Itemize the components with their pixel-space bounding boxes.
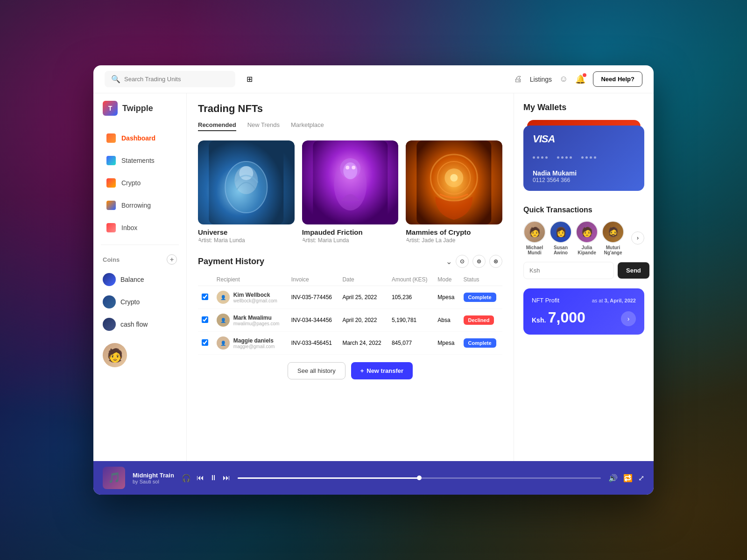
row-checkbox-2[interactable] <box>202 339 208 346</box>
main-content: Trading NFTs Recomended New Trends Marke… <box>187 93 514 461</box>
row-checkbox-0[interactable] <box>202 294 208 300</box>
new-transfer-label: New transfer <box>366 367 403 374</box>
headphone-icon[interactable]: 🎧 <box>182 474 191 483</box>
sidebar-item-inbox[interactable]: Inbox <box>97 217 183 238</box>
nft-card-2[interactable]: Mammies of Crypto Artist: Jade La Jade <box>406 140 502 244</box>
nav-inbox-label: Inbox <box>121 224 137 231</box>
add-coin-button[interactable]: + <box>167 254 177 265</box>
payment-more-button[interactable]: ⊛ <box>489 255 502 268</box>
progress-bar[interactable] <box>238 477 601 479</box>
card-number: 0112 3564 366 <box>533 177 635 183</box>
invoice-1: INV-034-344456 <box>288 309 339 332</box>
coin-cashflow[interactable]: cash flow <box>93 313 186 336</box>
qt-person-2[interactable]: 🧑 JuliaKipande <box>576 221 598 255</box>
progress-thumb <box>417 476 422 480</box>
nav-crypto-label: Crypto <box>121 179 141 187</box>
nft-title-1: Impauded Friction <box>302 228 399 236</box>
avatar-section: 🧑 <box>93 336 186 375</box>
logo-icon: T <box>103 101 118 116</box>
qt-next-button[interactable]: › <box>631 231 644 245</box>
repeat-icon[interactable]: 🔁 <box>623 474 633 483</box>
inbox-icon <box>106 223 116 232</box>
status-badge-1: Declined <box>464 315 494 325</box>
next-button[interactable]: ⏭ <box>223 474 230 482</box>
profit-arrow-button[interactable]: › <box>621 311 636 326</box>
sidebar-item-borrowing[interactable]: Borrowing <box>97 195 183 216</box>
qt-person-3[interactable]: 🧔 MuturiNg'ange <box>602 221 624 255</box>
dot <box>561 156 564 159</box>
qt-avatar-1: 👩 <box>550 221 572 243</box>
coin-crypto[interactable]: Crypto <box>93 291 186 313</box>
nav-dashboard-label: Dashboard <box>121 134 155 142</box>
shuffle-icon[interactable]: ⤢ <box>638 474 644 483</box>
printer-icon[interactable]: 🖨 <box>514 74 522 84</box>
top-bar-right: 🖨 Listings ☺ 🔔 Need Help? <box>514 71 642 87</box>
need-help-button[interactable]: Need Help? <box>593 71 642 87</box>
row-checkbox-1[interactable] <box>202 316 208 323</box>
prev-button[interactable]: ⏮ <box>197 474 204 482</box>
table-row: 👤 Kim Wellbock wellbock@gmail.com INV-03… <box>198 286 502 309</box>
main-layout: T Twipple Dashboard Statements Crypto Bo… <box>93 93 654 461</box>
plus-icon: + <box>360 367 364 374</box>
divider <box>101 245 179 245</box>
avatar[interactable]: 🧑 <box>103 343 127 367</box>
recipient-avatar-2: 👤 <box>217 336 230 350</box>
dot-space <box>574 156 579 159</box>
search-box[interactable]: 🔍 <box>105 71 235 87</box>
wallets-title: My Wallets <box>523 103 644 112</box>
smiley-icon[interactable]: ☺ <box>559 74 568 84</box>
search-input[interactable] <box>124 76 229 83</box>
notification-icon[interactable]: 🔔 <box>575 74 585 84</box>
tab-recommended[interactable]: Recomended <box>198 121 236 131</box>
nft-card-1[interactable]: Impauded Friction Artist: Maria Lunda <box>302 140 399 244</box>
send-button[interactable]: Send <box>618 262 649 279</box>
tab-new-trends[interactable]: New Trends <box>247 121 280 131</box>
amount-0: 105,236 <box>388 286 434 309</box>
svg-point-7 <box>343 162 357 179</box>
music-info: Midnight Train by Sauti sol <box>133 472 174 484</box>
nft-tabs: Recomended New Trends Marketplace <box>198 121 502 131</box>
recipient-name-1: Mark Mwalimu <box>233 315 280 321</box>
profit-amount: 7,000 <box>548 309 585 326</box>
recipient-name-0: Kim Wellbock <box>233 292 277 298</box>
sidebar-item-statements[interactable]: Statements <box>97 150 183 171</box>
payment-sort-button[interactable]: ⊙ <box>456 255 469 268</box>
qt-avatar-3: 🧔 <box>602 221 624 243</box>
payment-icons: ⌄ ⊙ ⊚ ⊛ <box>446 255 502 268</box>
payment-table: Recipient Invoice Date Amount (KES) Mode… <box>198 273 502 355</box>
profit-amount-prefix: Ksh. <box>532 316 546 324</box>
player-controls: 🎧 ⏮ ⏸ ⏭ <box>182 474 230 483</box>
svg-point-14 <box>451 174 458 182</box>
recipient-1: 👤 Mark Mwalimu mwalimu@pages.com <box>217 314 284 327</box>
dot <box>581 156 584 159</box>
progress-track[interactable] <box>238 477 601 479</box>
pause-button[interactable]: ⏸ <box>210 474 217 482</box>
new-transfer-button[interactable]: + New transfer <box>351 362 413 379</box>
recipient-email-0: wellbock@gmail.com <box>233 298 277 303</box>
top-bar: 🔍 ⊞ 🖨 Listings ☺ 🔔 Need Help? <box>93 65 654 93</box>
quick-transactions-title: Quick Transactions <box>523 206 644 214</box>
card-front: VISA <box>523 126 644 191</box>
volume-icon[interactable]: 🔊 <box>608 474 618 483</box>
recipient-2: 👤 Maggie daniels maggie@gmail.com <box>217 336 284 350</box>
send-row: Send <box>523 262 644 279</box>
payment-expand-icon[interactable]: ⌄ <box>446 257 452 266</box>
nft-card-0[interactable]: Universe Artist: Maria Lunda <box>198 140 295 244</box>
payment-filter-button[interactable]: ⊚ <box>472 255 486 268</box>
qt-person-0[interactable]: 🧑 MichaelMundi <box>523 221 546 255</box>
listings-label[interactable]: Listings <box>530 76 552 83</box>
filter-icon[interactable]: ⊞ <box>247 75 253 84</box>
profit-header: NFT Profit as at 3, April, 2022 <box>532 297 636 304</box>
amount-2: 845,077 <box>388 332 434 355</box>
sidebar-item-dashboard[interactable]: Dashboard <box>97 128 183 148</box>
tab-marketplace[interactable]: Marketplace <box>291 121 324 131</box>
qt-person-1[interactable]: 👩 SusanAwino <box>550 221 572 255</box>
send-amount-input[interactable] <box>523 262 614 279</box>
coin-balance[interactable]: Balance <box>93 268 186 291</box>
nft-image-0 <box>198 140 295 224</box>
sidebar-item-crypto[interactable]: Crypto <box>97 173 183 193</box>
amount-1: 5,190,781 <box>388 309 434 332</box>
music-title: Midnight Train <box>133 472 174 479</box>
nft-profit-card: NFT Profit as at 3, April, 2022 Ksh. 7,0… <box>523 288 644 335</box>
see-all-button[interactable]: See all history <box>288 362 345 379</box>
